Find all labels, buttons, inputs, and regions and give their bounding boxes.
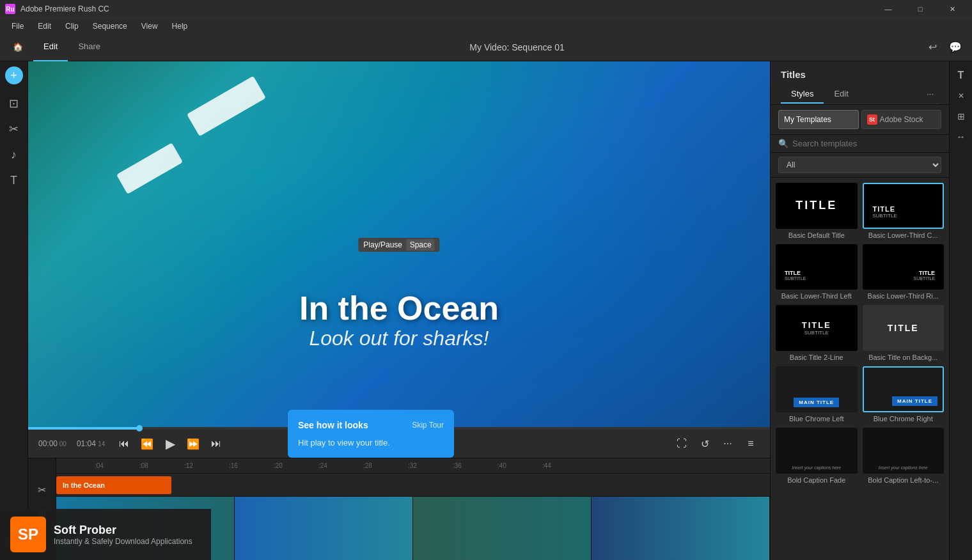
video-clip-4[interactable]	[592, 497, 770, 560]
video-clip-3[interactable]	[413, 497, 592, 560]
titlebar: Ru Adobe Premiere Rush CC — □ ✕	[0, 0, 972, 18]
menu-clip[interactable]: Clip	[59, 20, 85, 32]
right-icon-grid[interactable]: ⊞	[952, 107, 970, 125]
template-basic-title-bg[interactable]: TITLE Basic Title on Backg...	[863, 305, 945, 361]
watermark-brand: Soft Prober	[54, 524, 192, 537]
tour-header: See how it looks Skip Tour	[298, 420, 444, 430]
skip-to-start-button[interactable]: ⏮	[115, 435, 133, 453]
panel-title: Titles	[781, 69, 939, 80]
comment-button[interactable]: 💬	[946, 38, 964, 56]
template-basic-default-title[interactable]: TITLE Basic Default Title	[776, 183, 858, 239]
template-thumb-blue-chrome-left: MAIN TITLE	[776, 366, 858, 412]
add-media-button[interactable]: +	[5, 66, 23, 84]
template-label-basic-title-2line: Basic Title 2-Line	[776, 354, 858, 361]
video-subtitle: Look out for sharks!	[299, 327, 499, 350]
menu-help[interactable]: Help	[166, 20, 194, 32]
skip-to-end-button[interactable]: ⏭	[207, 435, 225, 453]
sidebar-title-button[interactable]: T	[3, 169, 26, 192]
undo-button[interactable]: ↩	[923, 38, 941, 56]
template-thumb-bold-caption-left: Insert your captions here	[863, 428, 945, 474]
timeline-scissors-button[interactable]: ✂	[38, 484, 46, 496]
template-label-blue-chrome-left: Blue Chrome Left	[776, 415, 858, 423]
right-playback-controls: ⛶ ↺ ··· ≡	[673, 435, 760, 453]
panel-filter: All	[771, 153, 949, 178]
template-basic-title-2line[interactable]: TITLE SUBTITLE Basic Title 2-Line	[776, 305, 858, 361]
more-options-button[interactable]: ···	[719, 435, 737, 453]
sidebar-edit-button[interactable]: ⊡	[3, 92, 26, 115]
right-icon-expand[interactable]: ↔	[952, 128, 970, 146]
template-thumb-basic-title-2line: TITLE SUBTITLE	[776, 305, 858, 351]
step-forward-button[interactable]: ⏩	[184, 435, 202, 453]
step-back-button[interactable]: ⏪	[138, 435, 156, 453]
tour-title: See how it looks	[298, 420, 368, 430]
template-blue-chrome-right[interactable]: MAIN TITLE Blue Chrome Right	[863, 366, 945, 423]
template-thumb-bold-caption-fade: Insert your captions here	[776, 428, 858, 474]
right-icon-title[interactable]: T	[952, 66, 970, 84]
title-track: In the Ocean	[56, 474, 770, 497]
template-label-bold-caption-fade: Bold Caption Fade	[776, 476, 858, 484]
maximize-button[interactable]: □	[905, 0, 935, 18]
right-panel-header: Titles Styles Edit ···	[771, 61, 949, 105]
template-basic-lower-third-c[interactable]: TITLE SUBTITLE Basic Lower-Third C...	[863, 183, 945, 239]
video-area: In the Ocean Look out for sharks! Play/P…	[28, 61, 770, 560]
play-pause-button[interactable]: ▶	[161, 435, 179, 453]
template-thumb-basic-lower-third-left: TITLE SUBTITLE	[776, 244, 858, 290]
minimize-button[interactable]: —	[874, 0, 903, 18]
video-clip-2[interactable]	[235, 497, 413, 560]
video-player[interactable]: In the Ocean Look out for sharks! Play/P…	[28, 61, 770, 427]
template-label-basic-lower-third-c: Basic Lower-Third C...	[863, 231, 945, 239]
template-basic-lower-third-left[interactable]: TITLE SUBTITLE Basic Lower-Third Left	[776, 244, 858, 300]
watermark-text: Soft Prober Instantly & Safely Download …	[54, 524, 192, 546]
title-clip[interactable]: In the Ocean	[56, 476, 171, 494]
play-tooltip: Play/Pause Space	[358, 238, 439, 252]
watermark: SP Soft Prober Instantly & Safely Downlo…	[0, 509, 211, 560]
panel-tabs: Styles Edit ···	[781, 85, 939, 104]
template-basic-lower-third-right[interactable]: TITLE SUBTITLE Basic Lower-Third Ri...	[863, 244, 945, 300]
progress-dot	[136, 425, 143, 432]
toolbar-right: ↩ 💬	[923, 38, 964, 56]
fullscreen-button[interactable]: ⛶	[673, 435, 691, 453]
template-label-basic-lower-third-left: Basic Lower-Third Left	[776, 292, 858, 300]
tab-styles[interactable]: Styles	[781, 85, 824, 104]
menu-edit[interactable]: Edit	[31, 20, 58, 32]
right-icon-close[interactable]: ✕	[952, 87, 970, 105]
loop-button[interactable]: ↺	[696, 435, 714, 453]
adobe-stock-button[interactable]: St Adobe Stock	[861, 110, 942, 129]
template-label-basic-lower-third-right: Basic Lower-Third Ri...	[863, 292, 945, 300]
panel-more-button[interactable]: ···	[921, 85, 939, 104]
template-thumb-basic-title-bg: TITLE	[863, 305, 945, 351]
app-title: Adobe Premiere Rush CC	[20, 4, 868, 13]
template-thumb-basic-lower-third-right: TITLE SUBTITLE	[863, 244, 945, 290]
close-button[interactable]: ✕	[937, 0, 967, 18]
skip-tour-button[interactable]: Skip Tour	[412, 421, 444, 430]
template-blue-chrome-left[interactable]: MAIN TITLE Blue Chrome Left	[776, 366, 858, 423]
home-button[interactable]: 🏠	[8, 37, 28, 58]
template-bold-caption-fade[interactable]: Insert your captions here Bold Caption F…	[776, 428, 858, 484]
search-input[interactable]	[792, 139, 941, 148]
templates-grid: TITLE Basic Default Title TITLE SUBTITLE…	[771, 178, 949, 560]
template-label-basic-title-bg: Basic Title on Backg...	[863, 354, 945, 361]
menu-view[interactable]: View	[135, 20, 164, 32]
menu-sequence[interactable]: Sequence	[86, 20, 134, 32]
tab-share[interactable]: Share	[68, 33, 111, 61]
sidebar-audio-button[interactable]: ♪	[3, 143, 26, 166]
right-panel: Titles Styles Edit ··· My Templates St A…	[770, 61, 949, 560]
sidebar-cut-button[interactable]: ✂	[3, 118, 26, 141]
adobe-stock-icon: St	[867, 114, 877, 125]
watermark-sub: Instantly & Safely Download Applications	[54, 537, 192, 546]
filter-dropdown[interactable]: All	[778, 157, 941, 173]
tab-edit[interactable]: Edit	[33, 33, 68, 61]
template-bold-caption-left[interactable]: Insert your captions here Bold Caption L…	[863, 428, 945, 484]
tab-group: Edit Share	[33, 33, 111, 61]
current-time: 00:00 00	[38, 439, 67, 448]
template-thumb-basic-lower-third-c: TITLE SUBTITLE	[863, 183, 945, 229]
panel-subheader: My Templates St Adobe Stock	[771, 105, 949, 135]
menu-file[interactable]: File	[5, 20, 30, 32]
template-label-bold-caption-left: Bold Caption Left-to-...	[863, 476, 945, 484]
project-title: My Video: Sequence 01	[111, 42, 923, 52]
tab-edit[interactable]: Edit	[824, 85, 858, 104]
my-templates-button[interactable]: My Templates	[778, 110, 859, 129]
video-title-overlay: In the Ocean Look out for sharks!	[299, 290, 499, 350]
right-icons-panel: T ✕ ⊞ ↔	[949, 61, 972, 560]
collapse-button[interactable]: ≡	[742, 435, 760, 453]
